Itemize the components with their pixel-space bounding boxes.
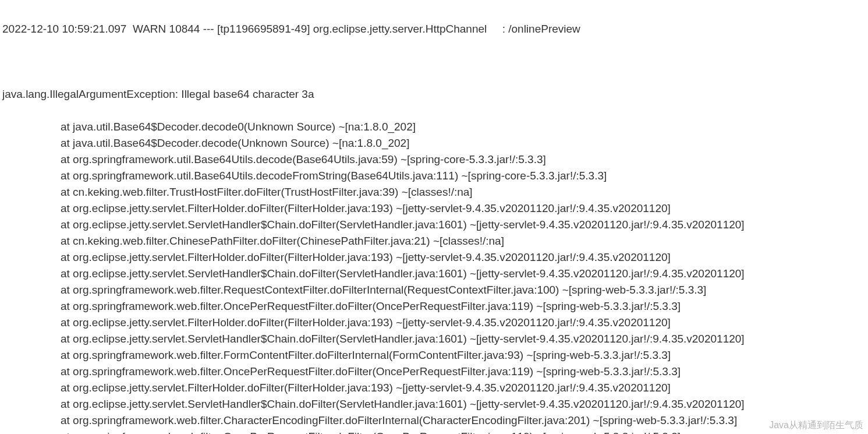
- stack-frame: at cn.keking.web.filter.TrustHostFilter.…: [2, 184, 868, 200]
- stack-frame: at org.eclipse.jetty.servlet.ServletHand…: [2, 331, 868, 347]
- stack-trace: at java.util.Base64$Decoder.decode0(Unkn…: [2, 119, 868, 434]
- stack-frame: at org.eclipse.jetty.servlet.FilterHolde…: [2, 200, 868, 217]
- stack-frame: at java.util.Base64$Decoder.decode0(Unkn…: [2, 119, 868, 135]
- stack-frame: at cn.keking.web.filter.ChinesePathFilte…: [2, 233, 868, 249]
- stack-frame: at org.springframework.web.filter.Reques…: [2, 282, 868, 298]
- watermark: Java从精通到陌生气质: [769, 419, 863, 432]
- stack-frame: at org.eclipse.jetty.servlet.ServletHand…: [2, 266, 868, 282]
- stack-frame: at org.eclipse.jetty.servlet.FilterHolde…: [2, 380, 868, 396]
- stack-frame: at org.springframework.web.filter.Charac…: [2, 412, 868, 429]
- blank-line: [2, 54, 868, 70]
- log-header: 2022-12-10 10:59:21.097 WARN 10844 --- […: [2, 21, 868, 37]
- stack-frame: at org.eclipse.jetty.servlet.ServletHand…: [2, 217, 868, 233]
- stack-frame: at org.springframework.web.filter.FormCo…: [2, 347, 868, 364]
- stack-frame: at org.springframework.web.filter.OncePe…: [2, 364, 868, 380]
- stack-frame: at org.springframework.web.filter.OncePe…: [2, 429, 868, 434]
- stack-frame: at org.eclipse.jetty.servlet.FilterHolde…: [2, 315, 868, 331]
- exception-line: java.lang.IllegalArgumentException: Ille…: [2, 86, 868, 103]
- log-content: 2022-12-10 10:59:21.097 WARN 10844 --- […: [0, 0, 868, 434]
- stack-frame: at org.eclipse.jetty.servlet.ServletHand…: [2, 396, 868, 412]
- stack-frame: at org.springframework.web.filter.OncePe…: [2, 298, 868, 315]
- stack-frame: at java.util.Base64$Decoder.decode(Unkno…: [2, 135, 868, 151]
- stack-frame: at org.springframework.util.Base64Utils.…: [2, 151, 868, 168]
- stack-frame: at org.eclipse.jetty.servlet.FilterHolde…: [2, 249, 868, 266]
- stack-frame: at org.springframework.util.Base64Utils.…: [2, 168, 868, 184]
